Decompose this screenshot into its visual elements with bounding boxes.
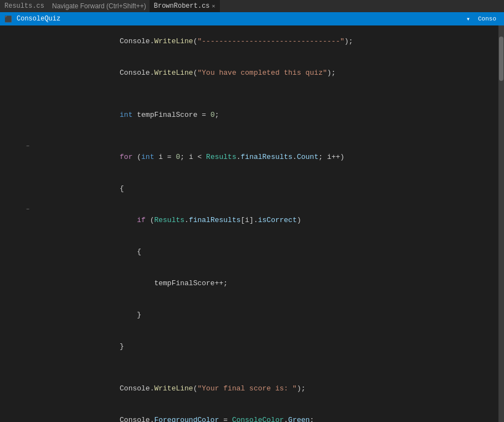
project-bar: ⬛ ConsoleQuiz ▾ Conso — [0, 12, 504, 25]
code-line — [0, 131, 498, 141]
code-content: Console.ForegroundColor = ConsoleColor.G… — [33, 404, 498, 422]
tab-label-results: Results.cs — [4, 2, 44, 10]
code-line: Console.WriteLine("Your final score is: … — [0, 373, 498, 404]
code-line: Console.ForegroundColor = ConsoleColor.G… — [0, 404, 498, 422]
vertical-scrollbar[interactable] — [498, 25, 504, 422]
code-content — [33, 362, 498, 373]
project-name: ConsoleQuiz — [17, 15, 462, 23]
code-content: Console.WriteLine("Your final score is: … — [33, 373, 498, 404]
code-line: tempFinalScore++; — [0, 267, 498, 299]
code-line: Console.WriteLine("---------------------… — [0, 25, 498, 57]
collapse-gutter[interactable]: − — [22, 141, 33, 152]
project-icon: ⬛ — [4, 16, 12, 23]
code-line: − for (int i = 0; i < Results.finalResul… — [0, 141, 498, 173]
project-dropdown[interactable]: ▾ — [466, 15, 470, 23]
code-content: { — [33, 173, 498, 204]
scrollbar-thumb[interactable] — [499, 37, 503, 81]
collapse-gutter[interactable]: − — [22, 204, 33, 215]
code-editor[interactable]: Console.WriteLine("---------------------… — [0, 25, 498, 422]
code-content — [33, 89, 498, 99]
code-line — [0, 89, 498, 99]
navigate-forward-button[interactable]: Navigate Forward (Ctrl+Shift++) — [49, 0, 150, 12]
tab-label-brownrobert: BrownRobert.cs — [154, 2, 210, 10]
code-line — [0, 362, 498, 373]
tab-close-icon[interactable]: ✕ — [212, 3, 215, 9]
collapse-icon[interactable]: − — [26, 204, 29, 215]
collapse-icon[interactable]: − — [26, 141, 29, 152]
code-content: Console.WriteLine("You have completed th… — [33, 57, 498, 89]
code-line: { — [0, 236, 498, 267]
code-content: tempFinalScore++; — [33, 267, 498, 299]
code-content: int tempFinalScore = 0; — [33, 99, 498, 131]
console-badge: Conso — [475, 16, 500, 22]
code-content: if (Results.finalResults[i].isCorrect) — [33, 204, 498, 236]
code-line: } — [0, 331, 498, 362]
code-line: { — [0, 173, 498, 204]
code-content: { — [33, 236, 498, 267]
code-content: for (int i = 0; i < Results.finalResults… — [33, 141, 498, 173]
tab-results[interactable]: Results.cs — [0, 0, 49, 12]
code-line: Console.WriteLine("You have completed th… — [0, 57, 498, 89]
code-content: } — [33, 299, 498, 331]
code-line: − if (Results.finalResults[i].isCorrect) — [0, 204, 498, 236]
code-content: Console.WriteLine("---------------------… — [33, 25, 498, 57]
code-line: } — [0, 299, 498, 331]
code-content — [33, 131, 498, 141]
editor-body: Console.WriteLine("---------------------… — [0, 25, 504, 422]
tab-brownrobert[interactable]: BrownRobert.cs ✕ — [150, 0, 220, 12]
code-line: int tempFinalScore = 0; — [0, 99, 498, 131]
title-bar: Results.cs Navigate Forward (Ctrl+Shift+… — [0, 0, 504, 12]
code-content: } — [33, 331, 498, 362]
